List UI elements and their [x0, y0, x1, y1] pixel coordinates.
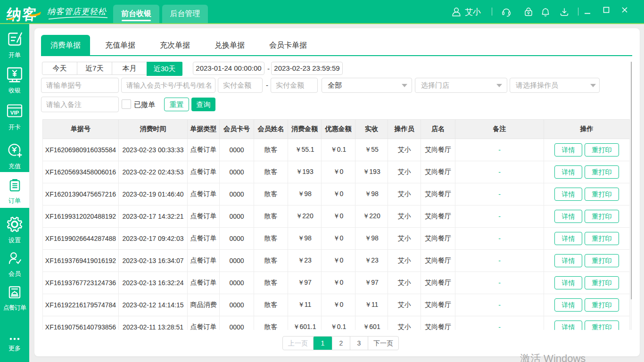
svg-text:VIP: VIP [10, 110, 19, 115]
